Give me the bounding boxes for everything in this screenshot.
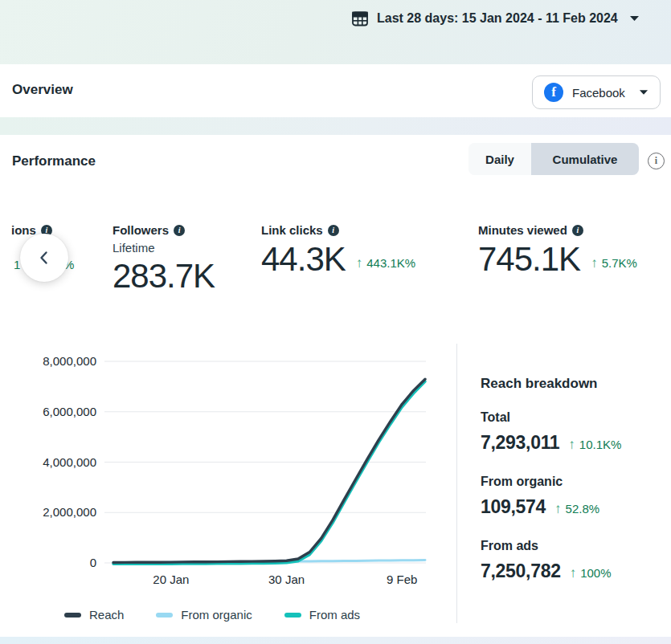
svg-text:8,000,000: 8,000,000: [43, 354, 96, 368]
calendar-icon: [351, 10, 369, 27]
svg-text:2,000,000: 2,000,000: [43, 505, 96, 519]
metric-value: 44.3K: [261, 243, 346, 276]
metric-label: Link clicks: [261, 223, 323, 237]
metric-label: ions: [11, 223, 36, 237]
increase-arrow-icon: ↑: [568, 438, 575, 451]
breakdown-row-value: 109,574 ↑ 52.8%: [481, 498, 599, 516]
ads-series-swatch: [284, 613, 301, 618]
carousel-previous-button[interactable]: [20, 234, 68, 282]
performance-title: Performance: [12, 153, 96, 169]
metric-change: ↑ 443.1K%: [356, 256, 415, 270]
metric-label: Followers: [113, 223, 169, 237]
caret-down-icon: [639, 89, 648, 96]
toggle-daily[interactable]: Daily: [468, 143, 531, 175]
partial-change-text: 1: [14, 258, 20, 271]
performance-info-icon[interactable]: i: [648, 153, 665, 169]
next-section-band: [0, 637, 671, 644]
info-icon[interactable]: i: [572, 225, 583, 236]
chevron-left-icon: [35, 249, 53, 267]
toggle-cumulative[interactable]: Cumulative: [531, 143, 639, 175]
svg-text:0: 0: [90, 556, 96, 569]
metric-card-link-clicks: Link clicks i 44.3K ↑ 443.1K%: [261, 223, 415, 276]
metric-value: 745.1K: [478, 243, 580, 276]
legend-label: From organic: [181, 608, 252, 622]
info-icon[interactable]: i: [174, 225, 185, 236]
increase-arrow-icon: ↑: [554, 502, 562, 516]
section-divider-band: [0, 117, 671, 135]
date-range-picker[interactable]: Last 28 days: 15 Jan 2024 - 11 Feb 2024: [351, 10, 640, 27]
legend-item-from-ads: From ads: [284, 608, 360, 622]
date-range-label: Last 28 days: 15 Jan 2024 - 11 Feb 2024: [377, 11, 618, 26]
svg-text:20 Jan: 20 Jan: [153, 573, 189, 586]
metric-sublabel: Lifetime: [113, 241, 215, 255]
breakdown-value: 7,293,011: [481, 434, 559, 452]
daily-cumulative-toggle: Daily Cumulative: [468, 143, 639, 175]
metric-change: ↑ 5.7K%: [591, 256, 637, 270]
breakdown-value: 109,574: [481, 498, 546, 516]
breakdown-change: ↑ 100%: [570, 566, 612, 580]
breakdown-row-value: 7,293,011 ↑ 10.1K%: [481, 434, 621, 452]
breakdown-row-label: From ads: [481, 539, 538, 553]
channel-selector-button[interactable]: f Facebook: [532, 75, 661, 109]
vertical-divider: [456, 344, 457, 623]
increase-arrow-icon: ↑: [570, 566, 577, 580]
organic-series-swatch: [156, 613, 173, 618]
legend-label: Reach: [89, 608, 124, 622]
metric-card-followers: Followers i Lifetime 283.7K: [113, 223, 215, 293]
caret-down-icon: [629, 15, 640, 22]
channel-label: Facebook: [572, 86, 625, 100]
metric-value: 283.7K: [113, 259, 215, 293]
chart-legend: Reach From organic From ads: [64, 608, 360, 622]
facebook-logo-icon: f: [544, 83, 563, 102]
svg-text:30 Jan: 30 Jan: [268, 573, 305, 586]
breakdown-row-label: Total: [481, 410, 510, 425]
breakdown-row-label: From organic: [481, 475, 563, 489]
metric-card-minutes-viewed: Minutes viewed i 745.1K ↑ 5.7K%: [478, 223, 637, 276]
page-title: Overview: [12, 82, 73, 98]
overview-header: Overview f Facebook: [0, 64, 671, 117]
breakdown-change: ↑ 52.8%: [554, 502, 599, 516]
breakdown-title: Reach breakdown: [481, 376, 598, 392]
svg-text:9 Feb: 9 Feb: [387, 573, 417, 586]
breakdown-row-value: 7,250,782 ↑ 100%: [481, 562, 612, 581]
svg-text:4,000,000: 4,000,000: [43, 455, 96, 469]
breakdown-change: ↑ 10.1K%: [568, 438, 621, 451]
svg-text:6,000,000: 6,000,000: [43, 405, 96, 418]
increase-arrow-icon: ↑: [356, 256, 363, 270]
metric-label: Minutes viewed: [478, 223, 567, 237]
legend-item-reach: Reach: [64, 608, 124, 622]
top-bar: Last 28 days: 15 Jan 2024 - 11 Feb 2024: [0, 0, 671, 64]
reach-line-chart: 02,000,0004,000,0006,000,0008,000,00020 …: [0, 345, 450, 594]
reach-series-swatch: [64, 613, 81, 618]
breakdown-value: 7,250,782: [481, 562, 561, 581]
legend-item-from-organic: From organic: [156, 608, 252, 622]
increase-arrow-icon: ↑: [591, 256, 598, 270]
info-icon[interactable]: i: [328, 225, 339, 236]
legend-label: From ads: [309, 608, 360, 622]
